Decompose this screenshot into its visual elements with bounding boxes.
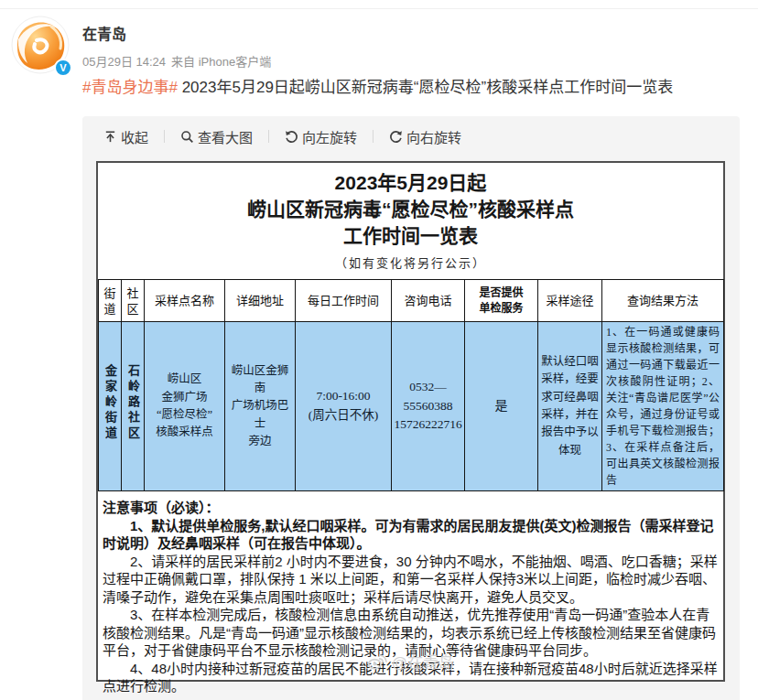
post-source[interactable]: 来自 iPhone客户端 xyxy=(171,55,271,69)
image-viewer-panel: 收起 查看大图 向左旋转 向右旋转 2023 xyxy=(82,116,740,700)
card-top-divider xyxy=(0,8,758,9)
col-header-result-query: 查询结果方法 xyxy=(602,280,724,322)
cell-community-text: 石岭路社区 xyxy=(124,364,142,442)
post-text: #青岛身边事# 2023年5月29日起崂山区新冠病毒“愿检尽检”核酸采样点工作时… xyxy=(82,77,753,99)
note-item-2: 2、请采样的居民采样前2 小时内不要进食，30 分钟内不喝水，不能抽烟、喝酒、吃… xyxy=(103,553,719,607)
collapse-label: 收起 xyxy=(121,127,148,146)
table-row: 金家岭街道 石岭路社区 崂山区 金狮广场 “愿检尽检” 核酸采样点 崂山区金狮南… xyxy=(99,322,724,491)
avatar[interactable]: V xyxy=(11,16,70,74)
toolbar-separator xyxy=(373,130,374,143)
col-header-method: 采样途径 xyxy=(538,280,602,322)
col-header-site-name: 采样点名称 xyxy=(145,280,225,322)
col-header-community: 社区 xyxy=(122,280,145,322)
cell-single-test: 是 xyxy=(465,322,538,491)
note-item-1: 1、默认提供单检服务,默认经口咽采样。可为有需求的居民朋友提供(英文)检测报告（… xyxy=(103,517,719,553)
image-subtitle: （如有变化将另行公示） xyxy=(98,253,723,271)
collapse-icon xyxy=(103,130,117,144)
cell-site-name: 崂山区 金狮广场 “愿检尽检” 核酸采样点 xyxy=(145,322,225,491)
collapse-button[interactable]: 收起 xyxy=(103,127,148,146)
cell-hours: 7:00-16:00 (周六日不休) xyxy=(296,322,392,491)
image-title-line1: 2023年5月29日起 xyxy=(98,169,723,196)
post-text-body: 2023年5月29日起崂山区新冠病毒“愿检尽检”核酸采样点工作时间一览表 xyxy=(182,79,674,96)
image-title-line2: 崂山区新冠病毒“愿检尽检”核酸采样点 xyxy=(98,196,723,222)
author-name[interactable]: 在青岛 xyxy=(82,22,126,44)
cell-phone: 0532—55560388 15726222716 xyxy=(392,322,465,491)
image-toolbar: 收起 查看大图 向左旋转 向右旋转 xyxy=(82,116,740,156)
rotate-right-icon xyxy=(389,130,403,144)
rotate-left-label: 向左旋转 xyxy=(302,127,357,146)
post-meta: 05月29日 14:24来自 iPhone客户端 xyxy=(82,52,276,70)
table-header-row: 街道 社区 采样点名称 详细地址 每日工作时间 咨询电话 是否提供 单检服务 采… xyxy=(99,280,724,322)
col-header-street: 街道 xyxy=(99,280,122,322)
hashtag-link[interactable]: #青岛身边事# xyxy=(82,79,178,96)
image-title-line3: 工作时间一览表 xyxy=(98,222,723,249)
rotate-right-label: 向右旋转 xyxy=(406,127,461,146)
col-header-hours: 每日工作时间 xyxy=(296,280,392,322)
rotate-left-icon xyxy=(285,130,298,144)
notes-title: 注意事项（必读）： xyxy=(103,499,719,517)
cell-community: 石岭路社区 xyxy=(122,322,145,491)
rotate-right-button[interactable]: 向右旋转 xyxy=(389,127,461,146)
magnifier-icon xyxy=(180,130,194,144)
col-header-address: 详细地址 xyxy=(225,280,296,322)
toolbar-separator xyxy=(268,130,269,143)
view-large-button[interactable]: 查看大图 xyxy=(180,127,253,146)
rotate-left-button[interactable]: 向左旋转 xyxy=(285,127,357,146)
cell-street-text: 金家岭街道 xyxy=(101,364,119,442)
attached-image[interactable]: 2023年5月29日起 崂山区新冠病毒“愿检尽检”核酸采样点 工作时间一览表 （… xyxy=(96,161,725,682)
toolbar-separator xyxy=(164,130,165,143)
view-large-label: 查看大图 xyxy=(198,127,253,146)
verified-badge: V xyxy=(54,59,72,77)
watermark-text: @在青岛 xyxy=(392,650,454,673)
cell-method: 默认经口咽 采样，经要 求可经鼻咽 采样，并在 报告中予以 体现 xyxy=(538,322,602,491)
post-time: 05月29日 14:24 xyxy=(82,55,166,69)
cell-address: 崂山区金狮南 广场机场巴士 旁边 xyxy=(225,322,296,491)
cell-street: 金家岭街道 xyxy=(99,322,122,491)
watermark: @在青岛 xyxy=(98,650,723,673)
sampling-site-table: 街道 社区 采样点名称 详细地址 每日工作时间 咨询电话 是否提供 单检服务 采… xyxy=(98,279,724,491)
cell-result-query: 1、在一码通或健康码显示核酸检测结果，可通过一码通下载最近一次核酸阴性证明；2、… xyxy=(602,322,724,491)
col-header-single-test: 是否提供 单检服务 xyxy=(465,280,538,322)
weibo-logo-icon xyxy=(367,653,387,670)
col-header-phone: 咨询电话 xyxy=(392,280,465,322)
